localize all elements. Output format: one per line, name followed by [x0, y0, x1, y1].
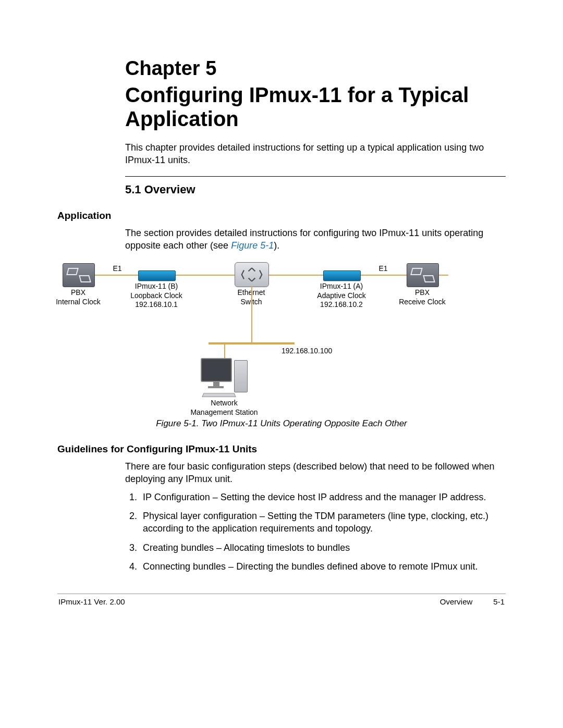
pbx-left-label: PBXInternal Clock: [56, 288, 101, 306]
application-text-2: ).: [274, 240, 279, 251]
chapter-title: Configuring IPmux-11 for a Typical Appli…: [57, 83, 506, 131]
wire-drop: [251, 286, 252, 343]
ethernet-switch-icon: [235, 262, 269, 287]
guidelines-intro: There are four basic configuration steps…: [57, 460, 506, 486]
section-divider: [125, 176, 506, 177]
step-3: Creating bundles – Allocating timeslots …: [140, 541, 506, 554]
ipmux-a-label: IPmux-11 (A)Adaptive Clock192.168.10.2: [317, 282, 365, 310]
wire-nms: [224, 343, 225, 359]
ipmux-b-icon: [138, 270, 176, 281]
chapter-intro: This chapter provides detailed instructi…: [57, 141, 506, 167]
e1-right-label: E1: [378, 264, 387, 273]
nms-icon: [201, 358, 248, 397]
figure-5-1-link[interactable]: Figure 5-1: [231, 240, 274, 251]
pbx-right-label: PBXReceive Clock: [399, 288, 445, 306]
figure-5-1-caption: Figure 5-1. Two IPmux-11 Units Operating…: [57, 418, 506, 429]
lan-segment: [209, 342, 295, 344]
application-text-1: The section provides detailed instructio…: [125, 228, 483, 251]
pbx-right-icon: [407, 263, 439, 287]
page-footer: IPmux-11 Ver. 2.00 Overview 5-1: [57, 597, 506, 606]
chapter-number: Chapter 5: [57, 57, 506, 80]
footer-section-name: Overview: [440, 597, 473, 606]
step-2: Physical layer configuration – Setting t…: [140, 510, 506, 535]
nms-ip-label: 192.168.10.100: [282, 347, 332, 355]
footer-page-number: 5-1: [493, 597, 505, 606]
step-4: Connecting bundles – Directing the bundl…: [140, 560, 506, 573]
figure-5-1-diagram: PBXInternal Clock E1 IPmux-11 (B)Loopbac…: [52, 259, 485, 415]
footer-divider: [57, 594, 506, 594]
guidelines-step-list: IP Configuration – Setting the device ho…: [57, 491, 506, 573]
footer-product-version: IPmux-11 Ver. 2.00: [58, 597, 125, 606]
heading-guidelines: Guidelines for Configuring IPmux-11 Unit…: [57, 443, 506, 455]
section-heading-overview: 5.1 Overview: [57, 183, 506, 196]
e1-left-label: E1: [113, 264, 121, 273]
ipmux-b-label: IPmux-11 (B)Loopback Clock192.168.10.1: [130, 282, 182, 310]
heading-application: Application: [57, 210, 506, 221]
application-paragraph: The section provides detailed instructio…: [57, 227, 506, 252]
pbx-left-icon: [63, 263, 95, 287]
ipmux-a-icon: [323, 270, 361, 281]
step-1: IP Configuration – Setting the device ho…: [140, 491, 506, 503]
nms-label: NetworkManagement Station: [190, 399, 258, 417]
